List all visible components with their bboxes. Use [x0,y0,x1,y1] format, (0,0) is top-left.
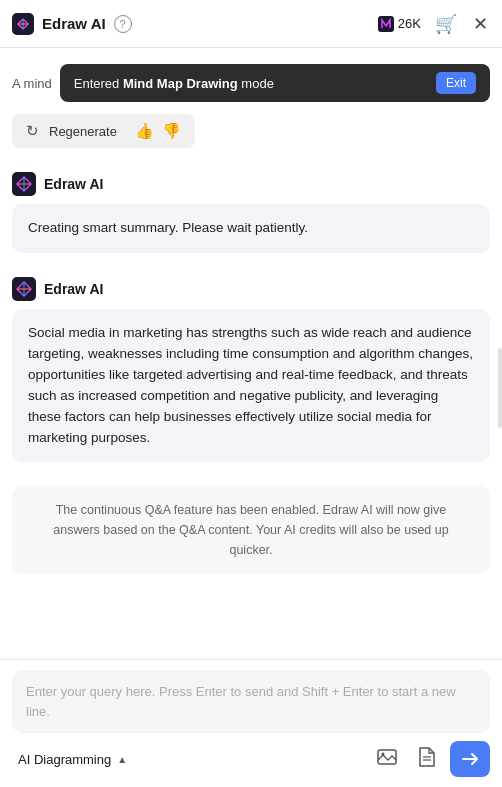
thumbs-up-button[interactable]: 👍 [135,122,154,140]
toast-row: A mind Entered Mind Map Drawing mode Exi… [12,64,490,102]
exit-button[interactable]: Exit [436,72,476,94]
file-icon [416,746,436,768]
chat-area: A mind Entered Mind Map Drawing mode Exi… [0,48,502,668]
toast-text-suffix: mode [238,76,274,91]
send-button[interactable] [450,741,490,777]
input-area: Enter your query here. Press Enter to se… [0,659,502,787]
chat-message-2: Edraw AI Social media in marketing has s… [12,277,490,463]
toast-text-bold: Mind Map Drawing [123,76,238,91]
regenerate-row: ↻ Regenerate 👍 👎 [12,114,195,148]
thumbs-down-button[interactable]: 👎 [162,122,181,140]
image-diagram-button[interactable] [372,744,402,775]
toast-bubble: Entered Mind Map Drawing mode Exit [60,64,490,102]
message-bubble-2: Social media in marketing has strengths … [12,309,490,463]
header-right: 26K 🛒 ✕ [378,11,490,37]
edraw-avatar-icon-2 [12,277,36,301]
toast-text-normal: Entered [74,76,123,91]
edraw-avatar-icon [12,172,36,196]
bottom-toolbar: AI Diagramming ▲ [12,741,490,777]
cart-button[interactable]: 🛒 [433,11,459,37]
ai-diagramming-button[interactable]: AI Diagramming ▲ [12,748,133,771]
chevron-down-icon: ▲ [117,754,127,765]
send-icon [461,750,479,768]
ai-diagramming-label: AI Diagramming [18,752,111,767]
app-title: Edraw AI [42,15,106,32]
edraw-logo-icon [12,13,34,35]
sender-name-2: Edraw AI [44,281,103,297]
image-diagram-icon [376,746,398,768]
qa-notice: The continuous Q&A feature has been enab… [12,486,490,574]
query-input-placeholder[interactable]: Enter your query here. Press Enter to se… [12,670,490,733]
toast-prefix: A mind [12,76,52,91]
help-icon[interactable]: ? [114,15,132,33]
credits-count: 26K [398,16,421,31]
credits-logo-icon [378,16,394,32]
svg-point-5 [382,752,385,755]
toolbar-icons [372,741,490,777]
header-left: Edraw AI ? [12,13,132,35]
file-button[interactable] [412,744,440,775]
message-bubble-1: Creating smart summary. Please wait pati… [12,204,490,253]
sender-name-1: Edraw AI [44,176,103,192]
regenerate-label[interactable]: Regenerate [49,124,117,139]
chat-sender-1: Edraw AI [12,172,490,196]
feedback-icons: 👍 👎 [135,122,181,140]
toast-message: Entered Mind Map Drawing mode [74,76,426,91]
header: Edraw AI ? 26K 🛒 ✕ [0,0,502,48]
svg-rect-1 [378,16,394,32]
chat-message-1: Edraw AI Creating smart summary. Please … [12,172,490,253]
regenerate-icon: ↻ [26,122,39,140]
scroll-indicator [498,348,502,428]
chat-sender-2: Edraw AI [12,277,490,301]
credits-badge: 26K [378,16,421,32]
close-button[interactable]: ✕ [471,11,490,37]
